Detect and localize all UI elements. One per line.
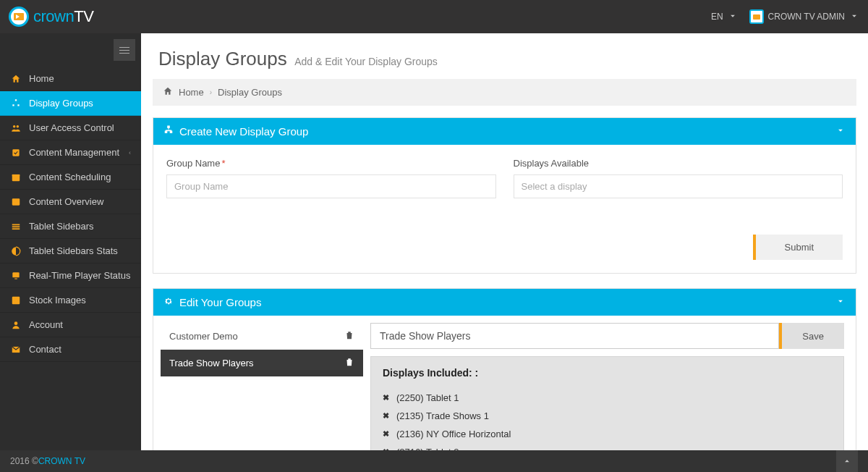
brand-text: crownTV bbox=[33, 7, 93, 26]
svg-point-12 bbox=[14, 298, 15, 300]
sidebar-item-display-groups[interactable]: Display Groups bbox=[0, 91, 141, 116]
submit-button[interactable]: Submit bbox=[753, 235, 843, 260]
sidebar-item-tablet-sidebars[interactable]: Tablet Sidebars bbox=[0, 214, 141, 239]
page-title: Display Groups bbox=[158, 48, 287, 69]
edit-groups-panel: Edit Your Groups Customer DemoTrade Show… bbox=[153, 288, 856, 450]
nav-label: Tablet Sidebars bbox=[29, 221, 94, 232]
sidebar: HomeDisplay GroupsUser Access ControlCon… bbox=[0, 33, 141, 450]
nav-icon bbox=[10, 172, 22, 182]
nav-icon bbox=[10, 123, 22, 133]
svg-rect-2 bbox=[12, 149, 19, 156]
nav-label: Contact bbox=[29, 344, 61, 355]
included-display-item: ✖(2136) NY Office Horizontal bbox=[383, 425, 832, 443]
sidebar-item-contact[interactable]: Contact bbox=[0, 337, 141, 362]
group-name-edit-input[interactable] bbox=[370, 323, 779, 349]
footer: 2016 © CROWN TV bbox=[0, 450, 868, 472]
nav-label: Display Groups bbox=[29, 98, 93, 109]
svg-rect-6 bbox=[12, 224, 20, 225]
svg-point-13 bbox=[14, 321, 18, 325]
displays-select[interactable] bbox=[514, 174, 843, 198]
svg-rect-8 bbox=[12, 228, 20, 229]
nav-icon bbox=[10, 271, 22, 281]
nav-icon bbox=[10, 74, 22, 84]
collapse-icon[interactable] bbox=[835, 296, 846, 308]
create-panel-header: Create New Display Group bbox=[153, 118, 856, 145]
sidebar-item-home[interactable]: Home bbox=[0, 67, 141, 91]
nav-label: Account bbox=[29, 319, 63, 330]
footer-year: 2016 © bbox=[10, 456, 38, 466]
sitemap-icon bbox=[163, 125, 174, 138]
group-name-label: Group Name* bbox=[166, 158, 496, 169]
nav-icon bbox=[10, 246, 22, 256]
nav-icon bbox=[10, 295, 22, 305]
nav-icon bbox=[10, 222, 22, 232]
svg-point-1 bbox=[17, 125, 19, 127]
collapse-icon[interactable] bbox=[835, 125, 846, 138]
scroll-top-button[interactable] bbox=[836, 450, 858, 472]
remove-icon[interactable]: ✖ bbox=[383, 393, 389, 403]
nav-label: Stock Images bbox=[29, 295, 86, 305]
sidebar-item-account[interactable]: Account bbox=[0, 313, 141, 337]
included-display-item: ✖(2135) Trade Shows 1 bbox=[383, 407, 832, 425]
displays-available-label: Displays Available bbox=[514, 158, 843, 169]
group-list: Customer DemoTrade Show Players bbox=[153, 316, 370, 450]
svg-point-0 bbox=[13, 125, 16, 127]
sidebar-item-real-time-player-status[interactable]: Real-Time Player Status bbox=[0, 264, 141, 288]
nav-icon bbox=[10, 320, 22, 330]
user-menu[interactable]: CROWN TV ADMIN bbox=[749, 9, 859, 24]
create-panel-title: Create New Display Group bbox=[179, 125, 308, 138]
nav-list: HomeDisplay GroupsUser Access ControlCon… bbox=[0, 67, 141, 362]
sidebar-item-stock-images[interactable]: Stock Images bbox=[0, 288, 141, 313]
breadcrumb: Home › Display Groups bbox=[153, 79, 856, 106]
included-display-item: ✖(2250) Tablet 1 bbox=[383, 389, 832, 407]
breadcrumb-current: Display Groups bbox=[218, 87, 282, 98]
home-icon bbox=[163, 86, 173, 98]
chevron-down-icon bbox=[849, 11, 859, 23]
nav-icon bbox=[10, 148, 22, 158]
sidebar-item-tablet-sidebars-stats[interactable]: Tablet Sidebars Stats bbox=[0, 239, 141, 264]
sidebar-item-user-access-control[interactable]: User Access Control bbox=[0, 116, 141, 140]
page-subtitle: Add & Edit Your Display Groups bbox=[294, 56, 438, 67]
language-selector[interactable]: EN bbox=[711, 11, 738, 23]
nav-label: Content Management bbox=[29, 147, 119, 158]
group-name: Customer Demo bbox=[169, 331, 238, 342]
included-display-item: ✖(2716) Tablet 2 bbox=[383, 443, 832, 450]
group-name-input[interactable] bbox=[166, 174, 496, 198]
edit-panel-title: Edit Your Groups bbox=[179, 296, 261, 308]
remove-icon[interactable]: ✖ bbox=[383, 429, 389, 439]
create-group-panel: Create New Display Group Group Name* Dis… bbox=[153, 117, 856, 274]
nav-label: User Access Control bbox=[29, 122, 114, 133]
svg-rect-4 bbox=[12, 174, 20, 175]
breadcrumb-home[interactable]: Home bbox=[179, 87, 204, 98]
nav-label: Home bbox=[29, 73, 54, 84]
content-area: Display Groups Add & Edit Your Display G… bbox=[141, 33, 868, 450]
nav-label: Content Overview bbox=[29, 196, 103, 207]
nav-label: Real-Time Player Status bbox=[29, 270, 130, 281]
displays-included-list: ✖(2250) Tablet 1✖(2135) Trade Shows 1✖(2… bbox=[383, 389, 832, 450]
save-button[interactable]: Save bbox=[779, 323, 844, 349]
trash-icon[interactable] bbox=[344, 330, 354, 342]
nav-label: Content Scheduling bbox=[29, 172, 111, 182]
topbar: crownTV EN CROWN TV ADMIN bbox=[0, 0, 868, 33]
displays-included-title: Displays Included: : bbox=[383, 367, 832, 379]
sidebar-item-content-management[interactable]: Content Management‹ bbox=[0, 140, 141, 165]
chevron-down-icon bbox=[728, 11, 738, 23]
chevron-left-icon: ‹ bbox=[129, 149, 131, 156]
nav-icon bbox=[10, 197, 22, 207]
edit-panel-header: Edit Your Groups bbox=[153, 289, 856, 316]
group-list-item[interactable]: Customer Demo bbox=[161, 323, 363, 350]
trash-icon[interactable] bbox=[344, 357, 354, 369]
menu-toggle-button[interactable] bbox=[114, 39, 135, 61]
group-list-item[interactable]: Trade Show Players bbox=[161, 350, 363, 376]
avatar-icon bbox=[749, 9, 764, 24]
sidebar-item-content-overview[interactable]: Content Overview bbox=[0, 190, 141, 214]
brand-logo[interactable]: crownTV bbox=[0, 7, 93, 27]
displays-included-box: Displays Included: : ✖(2250) Tablet 1✖(2… bbox=[370, 356, 844, 450]
breadcrumb-separator-icon: › bbox=[210, 88, 212, 96]
nav-label: Tablet Sidebars Stats bbox=[29, 245, 118, 256]
footer-brand-link[interactable]: CROWN TV bbox=[38, 456, 85, 466]
remove-icon[interactable]: ✖ bbox=[383, 411, 389, 421]
svg-rect-10 bbox=[14, 278, 17, 279]
sidebar-item-content-scheduling[interactable]: Content Scheduling bbox=[0, 165, 141, 190]
group-detail: Save Displays Included: : ✖(2250) Tablet… bbox=[370, 316, 856, 450]
